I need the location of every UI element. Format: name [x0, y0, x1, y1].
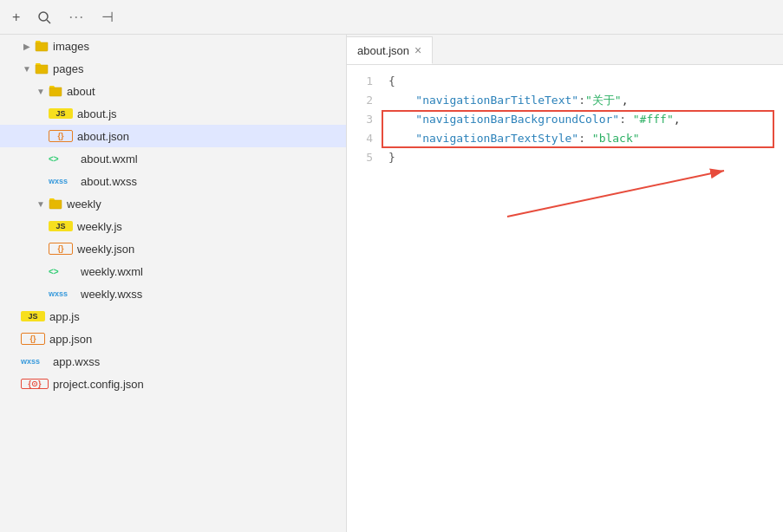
sidebar-item-label: weekly.wxml: [81, 265, 143, 278]
sidebar-item-weekly-wxss[interactable]: wxss weekly.wxss: [0, 282, 346, 305]
sidebar-item-label: about.js: [77, 107, 117, 120]
tab-bar: about.json ×: [347, 35, 783, 65]
sidebar-item-label: about: [67, 85, 95, 98]
code-line-1: {: [388, 72, 783, 91]
arrow-icon: [21, 40, 33, 52]
js-badge: JS: [21, 311, 45, 321]
sidebar-item-label: about.wxml: [81, 152, 138, 165]
js-badge: JS: [49, 221, 73, 231]
toolbar: + ··· ⊣: [0, 0, 783, 35]
folder-icon: [35, 62, 49, 75]
sidebar-item-label: app.js: [49, 310, 80, 323]
code-text: "navigationBarTextStyle": "black": [388, 129, 640, 148]
folder-icon: [49, 198, 62, 210]
sidebar-item-label: about.wxss: [81, 175, 137, 188]
add-button[interactable]: +: [9, 6, 23, 29]
sidebar-item-label: weekly.wxss: [81, 288, 142, 301]
sidebar-item-label: weekly.js: [77, 220, 122, 233]
sidebar-item-label: weekly: [67, 198, 101, 211]
wxss-badge: wxss: [49, 177, 76, 185]
bracket: }: [388, 148, 395, 167]
sidebar-item-about-wxss[interactable]: wxss about.wxss: [0, 170, 346, 192]
json-badge: {}: [49, 243, 73, 255]
wxss-badge: wxss: [49, 289, 76, 298]
code-line-2: "navigationBarTitleText":"关于",: [388, 91, 783, 110]
sidebar-item-app-js[interactable]: JS app.js: [0, 305, 346, 328]
sidebar-item-images[interactable]: images: [0, 35, 346, 57]
arrow-icon: [35, 85, 47, 97]
sidebar-item-label: weekly.json: [77, 243, 134, 256]
bracket: {: [388, 72, 395, 91]
sidebar-item-about-wxml[interactable]: <> about.wxml: [0, 147, 346, 170]
code-editor[interactable]: 1 2 3 4 5 { "navigationBarTitleText":"关于…: [347, 65, 783, 532]
json-badge: {}: [21, 333, 45, 345]
sidebar-item-project-config[interactable]: {⊙} project.config.json: [0, 373, 346, 395]
sidebar-item-weekly[interactable]: weekly: [0, 192, 346, 215]
svg-point-0: [39, 12, 48, 21]
sidebar-item-weekly-wxml[interactable]: <> weekly.wxml: [0, 260, 346, 282]
code-line-3: "navigationBarBackgroundColor": "#fff",: [388, 110, 783, 129]
sidebar-item-label: images: [53, 40, 89, 53]
tab-filename: about.json: [357, 44, 409, 57]
wxss-badge: wxss: [21, 357, 49, 366]
tab-close-button[interactable]: ×: [414, 44, 421, 56]
sidebar-item-about-json[interactable]: {} about.json: [0, 125, 346, 147]
main-layout: images pages about JS about.js {} about.: [0, 35, 783, 532]
js-badge: JS: [49, 108, 73, 119]
sidebar-item-label: pages: [53, 62, 83, 75]
code-content: { "navigationBarTitleText":"关于", "naviga…: [382, 72, 783, 525]
code-line-4: "navigationBarTextStyle": "black": [388, 129, 783, 148]
svg-line-1: [47, 20, 50, 23]
sidebar-item-weekly-json[interactable]: {} weekly.json: [0, 237, 346, 260]
sidebar-item-label: about.json: [77, 130, 129, 143]
editor-area: about.json × 1 2 3 4 5 {: [347, 35, 783, 532]
config-badge: {⊙}: [21, 379, 49, 389]
tab-about-json[interactable]: about.json ×: [347, 36, 433, 64]
sidebar-item-app-wxss[interactable]: wxss app.wxss: [0, 350, 346, 373]
search-button[interactable]: [34, 7, 55, 28]
split-button[interactable]: ⊣: [98, 5, 117, 29]
sidebar-item-app-json[interactable]: {} app.json: [0, 328, 346, 350]
sidebar-item-about-js[interactable]: JS about.js: [0, 102, 346, 125]
arrow-icon: [35, 198, 47, 210]
sidebar-item-weekly-js[interactable]: JS weekly.js: [0, 215, 346, 237]
wxml-badge: <>: [49, 154, 76, 164]
code-line-5: }: [388, 148, 783, 167]
sidebar-item-pages[interactable]: pages: [0, 57, 346, 80]
file-explorer: images pages about JS about.js {} about.: [0, 35, 347, 532]
line-numbers: 1 2 3 4 5: [347, 72, 382, 525]
folder-icon: [49, 85, 62, 97]
arrow-icon: [21, 62, 33, 75]
sidebar-item-about[interactable]: about: [0, 80, 346, 102]
sidebar-item-label: app.wxss: [53, 355, 100, 368]
sidebar-item-label: app.json: [49, 333, 92, 346]
wxml-badge: <>: [49, 267, 76, 276]
search-icon: [37, 10, 51, 24]
editor-container: 1 2 3 4 5 { "navigationBarTitleText":"关于…: [347, 65, 783, 532]
code-text: "navigationBarBackgroundColor": "#fff",: [388, 110, 681, 129]
folder-icon: [35, 40, 49, 52]
more-button[interactable]: ···: [65, 4, 88, 29]
json-badge: {}: [49, 130, 73, 142]
sidebar-item-label: project.config.json: [53, 378, 144, 391]
code-text: "navigationBarTitleText":"关于",: [388, 91, 628, 110]
